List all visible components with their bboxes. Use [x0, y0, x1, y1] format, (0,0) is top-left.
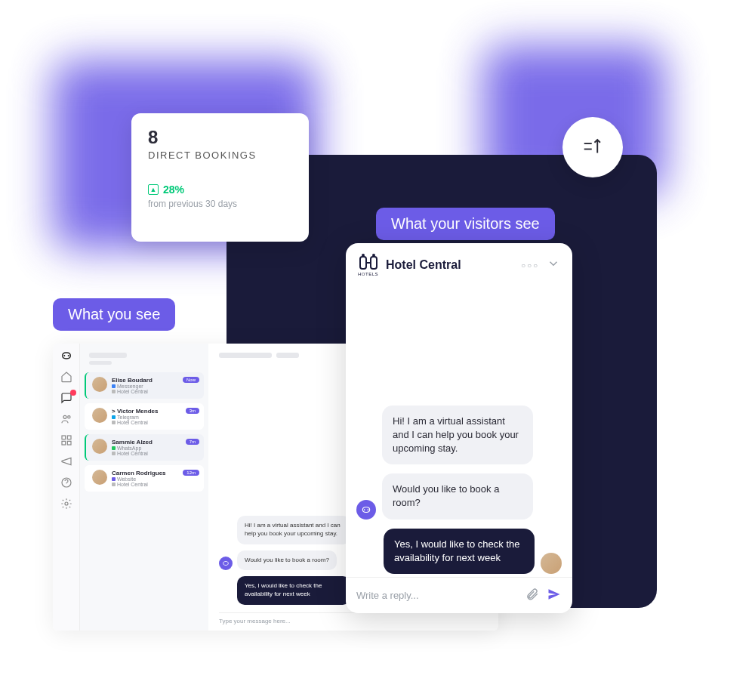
contact-name: Elise Boudard: [112, 377, 153, 384]
home-icon[interactable]: [60, 371, 72, 383]
messages-icon[interactable]: [60, 392, 72, 404]
conversation-time-badge: 12m: [183, 470, 199, 476]
contact-source: Website: [112, 476, 166, 482]
app-logo-icon: [60, 350, 72, 362]
stats-card: 8 DIRECT BOOKINGS ▲ 28% from previous 30…: [131, 113, 309, 242]
widget-body: Hi! I am a virtual assistant and I can h…: [346, 287, 572, 577]
sort-icon: [581, 136, 604, 159]
contact-sub: Hotel Central: [112, 420, 158, 425]
svg-rect-7: [67, 436, 71, 439]
settings-icon[interactable]: [60, 498, 72, 510]
contact-avatar: [92, 377, 107, 392]
conversation-time-badge: Now: [183, 377, 199, 383]
you-label-pill: What you see: [53, 298, 175, 331]
more-icon[interactable]: ○○○: [521, 261, 539, 270]
contact-source: WhatsApp: [112, 446, 153, 451]
contact-sub: Hotel Central: [112, 482, 166, 487]
conversation-list: Elise Boudard Messenger Hotel Central No…: [80, 344, 208, 631]
widget-input-placeholder: Write a reply...: [356, 590, 518, 601]
visitors-label-pill: What your visitors see: [376, 208, 555, 240]
arrow-up-icon: ▲: [148, 184, 159, 195]
campaigns-icon[interactable]: [60, 455, 72, 467]
apps-icon[interactable]: [60, 434, 72, 446]
svg-rect-13: [371, 257, 377, 269]
svg-point-5: [67, 416, 69, 418]
agent-input-placeholder: Type your message here...: [219, 618, 291, 624]
visitor-chat-widget: HOTELS Hotel Central ○○○ Hi! I am a virt…: [346, 243, 572, 613]
svg-point-3: [67, 355, 69, 356]
stats-label: DIRECT BOOKINGS: [148, 150, 292, 161]
list-header-skeleton: [85, 350, 204, 372]
svg-rect-9: [67, 441, 71, 445]
conversation-time-badge: 3m: [186, 408, 199, 414]
svg-point-17: [364, 509, 365, 510]
stats-trend-sub: from previous 30 days: [148, 199, 292, 209]
svg-rect-8: [62, 441, 66, 445]
contact-sub: Hotel Central: [112, 451, 153, 456]
widget-header: HOTELS Hotel Central ○○○: [346, 243, 572, 287]
contact-name: Sammie Alzed: [112, 439, 153, 446]
bot-message: Hi! I am a virtual assistant and I can h…: [382, 406, 533, 465]
bot-message: Would you like to book a room?: [382, 473, 533, 519]
svg-rect-12: [360, 257, 366, 269]
contact-source: Telegram: [112, 415, 158, 420]
bot-message: Hi! I am a virtual assistant and I can h…: [237, 516, 350, 544]
help-icon[interactable]: [60, 476, 72, 489]
contact-name: Carmen Rodrigues: [112, 470, 166, 476]
bot-avatar-icon: [219, 557, 233, 570]
user-message: Yes, I would like to check the availabil…: [237, 576, 350, 605]
contact-source: Messenger: [112, 384, 153, 389]
user-avatar: [541, 553, 562, 574]
stats-trend: ▲ 28%: [148, 183, 292, 196]
svg-point-4: [63, 415, 66, 418]
svg-point-2: [63, 355, 65, 356]
chevron-down-icon[interactable]: [547, 257, 560, 273]
conversation-time-badge: 7m: [186, 439, 199, 445]
conversation-item[interactable]: Elise Boudard Messenger Hotel Central No…: [85, 372, 204, 399]
stats-trend-value: 28%: [163, 183, 184, 196]
bot-message: Would you like to book a room?: [237, 550, 337, 571]
agent-sidebar: [53, 344, 80, 631]
agent-chat-input[interactable]: Type your message here...: [219, 612, 488, 624]
widget-title: Hotel Central: [386, 258, 513, 272]
widget-input-row[interactable]: Write a reply...: [346, 577, 572, 613]
user-message: Yes, I would like to check the availabil…: [384, 529, 535, 574]
svg-point-18: [367, 509, 368, 510]
contact-name: > Victor Mendes: [112, 408, 158, 415]
contact-avatar: [92, 439, 107, 454]
contact-avatar: [92, 470, 107, 485]
contact-avatar: [92, 408, 107, 423]
send-icon[interactable]: [547, 587, 562, 604]
hotel-logo-icon: HOTELS: [358, 254, 378, 276]
conversation-item[interactable]: Carmen Rodrigues Website Hotel Central 1…: [85, 465, 204, 492]
bot-avatar-icon: [356, 500, 376, 520]
hotel-logo-label: HOTELS: [358, 272, 378, 276]
attachment-icon[interactable]: [525, 587, 539, 603]
svg-point-16: [373, 254, 374, 256]
conversation-item[interactable]: Sammie Alzed WhatsApp Hotel Central 7m: [85, 434, 204, 461]
conversation-item[interactable]: > Victor Mendes Telegram Hotel Central 3…: [85, 403, 204, 430]
contact-sub: Hotel Central: [112, 389, 153, 394]
svg-rect-6: [62, 436, 66, 439]
stats-value: 8: [148, 127, 292, 148]
svg-point-15: [362, 254, 364, 256]
sort-button[interactable]: [562, 117, 623, 177]
contacts-icon[interactable]: [60, 413, 72, 425]
svg-point-11: [65, 502, 68, 505]
